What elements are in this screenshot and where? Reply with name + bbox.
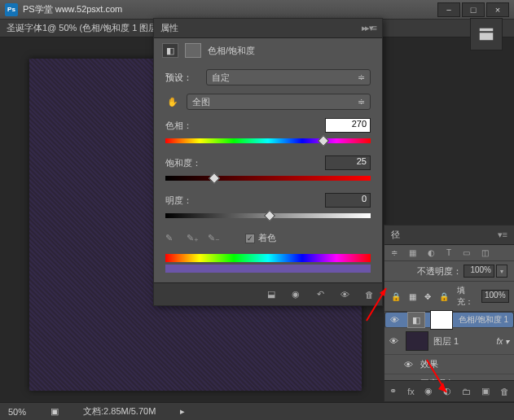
fx-badge[interactable]: fx ▾: [496, 337, 509, 346]
minimize-button[interactable]: −: [437, 2, 460, 17]
opacity-label: 不透明度：: [417, 265, 462, 278]
lock-icon[interactable]: 🔒: [391, 292, 401, 301]
panel-menu-icon[interactable]: ▸▸ ▾≡: [362, 23, 376, 33]
hue-label: 色相：: [165, 120, 192, 132]
preset-value: 自定: [212, 72, 230, 84]
opacity-input[interactable]: 100%: [463, 265, 494, 278]
clip-icon[interactable]: ⬓: [265, 289, 278, 300]
lock-pixel-icon[interactable]: ▦: [409, 292, 416, 301]
layer-mask-thumb[interactable]: [430, 310, 453, 330]
layers-panel: 径▾≡ ≑ ▦ ◐ T ▭ ◫ 不透明度： 100% ▾ 🔒 ▦ ✥ 🔒 填充：…: [384, 225, 514, 402]
preset-select[interactable]: 自定 ≑: [206, 69, 371, 85]
filter-image-icon[interactable]: ▦: [409, 248, 416, 257]
color-range-strip: [165, 254, 371, 273]
hue-input[interactable]: 270: [325, 118, 371, 133]
mask-icon[interactable]: ◉: [424, 386, 433, 396]
preset-label: 预设：: [165, 72, 206, 84]
maximize-button[interactable]: □: [462, 2, 485, 17]
panel-menu-icon[interactable]: ▾≡: [498, 230, 507, 240]
saturation-label: 饱和度：: [165, 157, 201, 169]
adjustment-layer-icon: ◧: [407, 312, 425, 328]
properties-panel: 属性 ▸▸ ▾≡ ◧ 色相/饱和度 预设： 自定 ≑ ✋ 全图 ≑ 色相： 27…: [153, 18, 383, 306]
lock-all-icon[interactable]: 🔒: [439, 292, 449, 301]
dock-icon[interactable]: [470, 18, 503, 50]
close-button[interactable]: ×: [486, 2, 509, 17]
filter-select[interactable]: ≑: [391, 248, 398, 257]
filter-smart-icon[interactable]: ◫: [481, 248, 489, 257]
slider-thumb[interactable]: [318, 135, 329, 147]
effects-row[interactable]: 👁 效果: [384, 355, 514, 374]
eyedropper-minus-icon[interactable]: ✎₋: [208, 233, 219, 244]
slider-thumb[interactable]: [209, 173, 220, 184]
adjustment-title: 色相/饱和度: [208, 45, 255, 57]
filter-shape-icon[interactable]: ▭: [463, 248, 470, 257]
layer-name[interactable]: 图层 1: [433, 335, 459, 348]
fill-input[interactable]: 100%: [481, 290, 509, 303]
lightness-label: 明度：: [165, 195, 192, 207]
app-title: PS学堂 www.52psxt.com: [23, 3, 437, 15]
checkbox-checked-icon: ✓: [245, 234, 255, 243]
visibility-icon[interactable]: 👁: [390, 315, 402, 325]
eyedropper-plus-icon[interactable]: ✎₊: [187, 233, 198, 244]
photoshop-icon: Ps: [5, 3, 18, 16]
zoom-level[interactable]: 50%: [8, 407, 26, 417]
layer-thumb[interactable]: [406, 331, 428, 351]
trash-icon[interactable]: 🗑: [362, 290, 376, 300]
visibility-icon[interactable]: 👁: [338, 290, 351, 300]
panel-footer: ⬓ ◉ ↶ 👁 🗑: [154, 282, 382, 305]
layers-footer: ⚭ fx ◉ ◐ 🗀 ▣ 🗑: [384, 380, 514, 401]
fill-label: 填充：: [457, 285, 473, 308]
colorize-checkbox[interactable]: ✓ 着色: [245, 232, 276, 244]
lightness-input[interactable]: 0: [325, 193, 371, 208]
layer-row[interactable]: 👁 图层 1 fx ▾: [384, 328, 514, 355]
status-chevron-icon[interactable]: ▸: [180, 406, 185, 417]
mask-icon: [185, 43, 201, 58]
layer-name[interactable]: 色相/饱和度 1: [459, 314, 508, 326]
trash-icon[interactable]: 🗑: [500, 387, 509, 396]
filter-text-icon[interactable]: T: [446, 248, 451, 257]
link-icon[interactable]: ⚭: [389, 386, 397, 396]
adjustment-icon: ◧: [162, 43, 178, 58]
visibility-icon[interactable]: 👁: [404, 360, 415, 370]
panel-tab-label: 属性: [160, 22, 178, 34]
doc-size: 文档:2.85M/5.70M: [83, 405, 156, 418]
panel-tab[interactable]: 属性 ▸▸ ▾≡: [154, 19, 382, 38]
layer-filter-row: ≑ ▦ ◐ T ▭ ◫: [384, 245, 514, 261]
hue-slider[interactable]: [165, 136, 371, 147]
titlebar: Ps PS学堂 www.52psxt.com − □ ×: [0, 0, 514, 20]
new-layer-icon[interactable]: ▣: [481, 386, 490, 396]
eyedropper-icon[interactable]: ✎: [165, 233, 177, 244]
colorize-label: 着色: [258, 232, 276, 244]
group-icon[interactable]: 🗀: [462, 387, 471, 396]
edit-select[interactable]: 全图 ≑: [187, 94, 371, 110]
lock-pos-icon[interactable]: ✥: [424, 292, 431, 301]
chevron-down-icon: ≑: [358, 97, 365, 107]
edit-value: 全图: [192, 96, 210, 108]
hand-icon[interactable]: ✋: [165, 97, 180, 107]
status-bar: 50% ▣ 文档:2.85M/5.70M ▸: [0, 402, 514, 420]
layer-row[interactable]: 👁 ◧ 色相/饱和度 1: [384, 312, 514, 328]
adjustment-icon[interactable]: ◐: [443, 386, 451, 396]
fx-icon[interactable]: fx: [407, 387, 415, 396]
visibility-icon[interactable]: 👁: [389, 336, 401, 346]
slider-thumb[interactable]: [264, 210, 275, 221]
view-previous-icon[interactable]: ◉: [289, 289, 302, 300]
status-icon[interactable]: ▣: [51, 406, 59, 417]
saturation-slider[interactable]: [165, 173, 371, 185]
reset-icon[interactable]: ↶: [314, 289, 327, 300]
effects-label: 效果: [420, 358, 438, 370]
saturation-input[interactable]: 25: [325, 155, 371, 170]
lightness-slider[interactable]: [165, 211, 371, 222]
opacity-stepper[interactable]: ▾: [496, 265, 507, 278]
chevron-down-icon: ≑: [358, 72, 365, 83]
filter-adjust-icon[interactable]: ◐: [428, 248, 435, 257]
layers-tab[interactable]: 径▾≡: [384, 225, 514, 245]
